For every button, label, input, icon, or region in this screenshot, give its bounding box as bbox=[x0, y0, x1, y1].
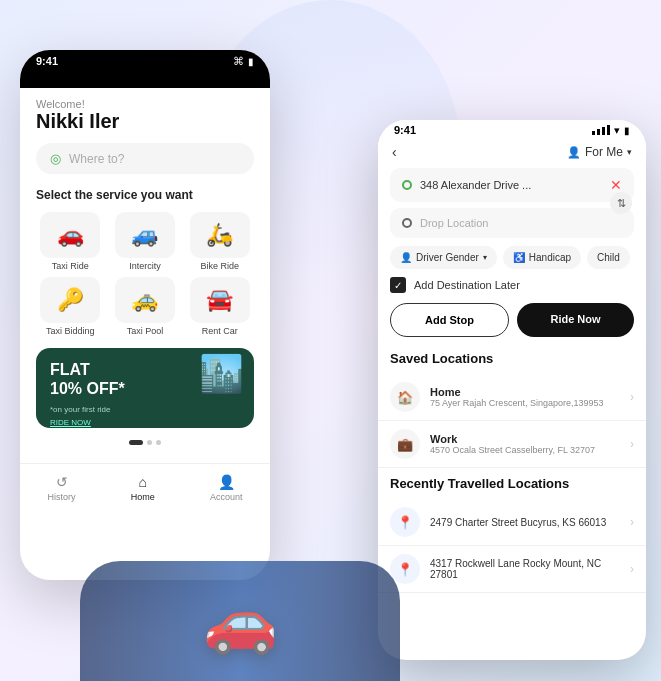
recent-2-address: 4317 Rockwell Lane Rocky Mount, NC 27801 bbox=[430, 558, 620, 580]
add-stop-button[interactable]: Add Stop bbox=[390, 303, 509, 337]
service-intercity[interactable]: 🚙 Intercity bbox=[111, 212, 180, 271]
user-name: Nikki Iler bbox=[36, 110, 254, 133]
rent-car-icon: 🚘 bbox=[190, 277, 250, 323]
swap-button[interactable]: ⇅ bbox=[610, 192, 632, 214]
work-saved-icon: 💼 bbox=[390, 429, 420, 459]
section-title: Select the service you want bbox=[36, 188, 254, 202]
nav-history-label: History bbox=[48, 492, 76, 502]
destination-checkbox[interactable]: ✓ bbox=[390, 277, 406, 293]
car-emoji: 🚗 bbox=[203, 586, 278, 657]
taxi-pool-icon: 🚕 bbox=[115, 277, 175, 323]
recent-1[interactable]: 📍 2479 Charter Street Bucyrus, KS 66013 … bbox=[378, 499, 646, 546]
taxi-ride-label: Taxi Ride bbox=[52, 261, 89, 271]
work-arrow-icon: › bbox=[630, 437, 634, 451]
recent-2[interactable]: 📍 4317 Rockwell Lane Rocky Mount, NC 278… bbox=[378, 546, 646, 593]
welcome-text: Welcome! bbox=[36, 98, 254, 110]
dot-3 bbox=[156, 440, 161, 445]
recent-title: Recently Travelled Locations bbox=[378, 476, 646, 491]
recent-2-arrow-icon: › bbox=[630, 562, 634, 576]
promo-decoration: 🏙️ bbox=[199, 353, 244, 395]
taxi-bidding-label: Taxi Bidding bbox=[46, 326, 95, 336]
back-button[interactable]: ‹ bbox=[392, 144, 397, 160]
home-address: 75 Ayer Rajah Crescent, Singapore,139953 bbox=[430, 398, 620, 408]
service-taxi-ride[interactable]: 🚗 Taxi Ride bbox=[36, 212, 105, 271]
signal-icon bbox=[211, 56, 229, 66]
nav-home-label: Home bbox=[131, 492, 155, 502]
driver-gender-label: Driver Gender bbox=[416, 252, 479, 263]
nav-history[interactable]: ↺ History bbox=[48, 474, 76, 502]
recent-1-info: 2479 Charter Street Bucyrus, KS 66013 bbox=[430, 517, 620, 528]
pickup-dot bbox=[402, 180, 412, 190]
promo-subtext: *on your first ride bbox=[50, 405, 110, 414]
phone-left: 9:41 ⌘ ▮ Welcome! Nikki Iler ◎ Where to?… bbox=[20, 50, 270, 580]
recent-2-info: 4317 Rockwell Lane Rocky Mount, NC 27801 bbox=[430, 558, 620, 580]
options-row: 👤 Driver Gender ▾ ♿ Handicap Child bbox=[378, 246, 646, 269]
right-header: ‹ 👤 For Me ▾ bbox=[378, 140, 646, 168]
history-icon: ↺ bbox=[56, 474, 68, 490]
recent-1-icon: 📍 bbox=[390, 507, 420, 537]
services-grid: 🚗 Taxi Ride 🚙 Intercity 🛵 Bike Ride 🔑 Ta… bbox=[36, 212, 254, 336]
search-placeholder: Where to? bbox=[69, 152, 124, 166]
home-arrow-icon: › bbox=[630, 390, 634, 404]
status-time-right: 9:41 bbox=[394, 124, 416, 136]
status-time-left: 9:41 bbox=[36, 55, 58, 67]
child-chip[interactable]: Child bbox=[587, 246, 630, 269]
home-name: Home bbox=[430, 386, 620, 398]
location-inputs: 348 Alexander Drive ... ✕ Drop Location … bbox=[378, 168, 646, 238]
saved-title: Saved Locations bbox=[378, 351, 646, 366]
chevron-gender-icon: ▾ bbox=[483, 253, 487, 262]
taxi-pool-label: Taxi Pool bbox=[127, 326, 164, 336]
bike-ride-label: Bike Ride bbox=[200, 261, 239, 271]
location-icon: ◎ bbox=[50, 151, 61, 166]
promo-link[interactable]: RIDE NOW bbox=[50, 418, 240, 427]
wifi-icon-r: ▾ bbox=[614, 124, 620, 137]
taxi-bidding-icon: 🔑 bbox=[40, 277, 100, 323]
car-image: 🚗 bbox=[80, 561, 400, 681]
recent-2-icon: 📍 bbox=[390, 554, 420, 584]
handicap-icon: ♿ bbox=[513, 252, 525, 263]
battery-icon: ▮ bbox=[248, 56, 254, 67]
destination-checkbox-label: Add Destination Later bbox=[414, 279, 520, 291]
promo-card[interactable]: FLAT10% OFF* *on your first ride RIDE NO… bbox=[36, 348, 254, 428]
recent-1-arrow-icon: › bbox=[630, 515, 634, 529]
work-address: 4570 Ocala Street Casselberry, FL 32707 bbox=[430, 445, 620, 455]
nav-account[interactable]: 👤 Account bbox=[210, 474, 243, 502]
rent-car-label: Rent Car bbox=[202, 326, 238, 336]
driver-gender-chip[interactable]: 👤 Driver Gender ▾ bbox=[390, 246, 497, 269]
intercity-label: Intercity bbox=[129, 261, 161, 271]
saved-work[interactable]: 💼 Work 4570 Ocala Street Casselberry, FL… bbox=[378, 421, 646, 468]
handicap-chip[interactable]: ♿ Handicap bbox=[503, 246, 581, 269]
ride-now-button[interactable]: Ride Now bbox=[517, 303, 634, 337]
service-taxi-pool[interactable]: 🚕 Taxi Pool bbox=[111, 277, 180, 336]
nav-home[interactable]: ⌂ Home bbox=[131, 474, 155, 502]
child-label: Child bbox=[597, 252, 620, 263]
driver-gender-icon: 👤 bbox=[400, 252, 412, 263]
bottom-nav: ↺ History ⌂ Home 👤 Account bbox=[20, 463, 270, 508]
pickup-input[interactable]: 348 Alexander Drive ... ✕ bbox=[390, 168, 634, 202]
saved-home[interactable]: 🏠 Home 75 Ayer Rajah Crescent, Singapore… bbox=[378, 374, 646, 421]
nav-account-label: Account bbox=[210, 492, 243, 502]
search-bar[interactable]: ◎ Where to? bbox=[36, 143, 254, 174]
battery-icon-r: ▮ bbox=[624, 125, 630, 136]
signal-icon-r bbox=[592, 125, 610, 135]
work-name: Work bbox=[430, 433, 620, 445]
service-bike-ride[interactable]: 🛵 Bike Ride bbox=[185, 212, 254, 271]
service-taxi-bidding[interactable]: 🔑 Taxi Bidding bbox=[36, 277, 105, 336]
page-dots bbox=[36, 440, 254, 445]
add-destination-later-row[interactable]: ✓ Add Destination Later bbox=[378, 277, 646, 293]
dot-2 bbox=[147, 440, 152, 445]
bike-ride-icon: 🛵 bbox=[190, 212, 250, 258]
person-small-icon: 👤 bbox=[567, 146, 581, 159]
for-me-dropdown[interactable]: 👤 For Me ▾ bbox=[567, 145, 632, 159]
clear-pickup-icon[interactable]: ✕ bbox=[610, 177, 622, 193]
for-me-label: For Me bbox=[585, 145, 623, 159]
intercity-icon: 🚙 bbox=[115, 212, 175, 258]
home-info: Home 75 Ayer Rajah Crescent, Singapore,1… bbox=[430, 386, 620, 408]
drop-input[interactable]: Drop Location bbox=[390, 208, 634, 238]
work-info: Work 4570 Ocala Street Casselberry, FL 3… bbox=[430, 433, 620, 455]
handicap-label: Handicap bbox=[529, 252, 571, 263]
service-rent-car[interactable]: 🚘 Rent Car bbox=[185, 277, 254, 336]
taxi-ride-icon: 🚗 bbox=[40, 212, 100, 258]
drop-placeholder: Drop Location bbox=[420, 217, 622, 229]
home-icon: ⌂ bbox=[138, 474, 146, 490]
